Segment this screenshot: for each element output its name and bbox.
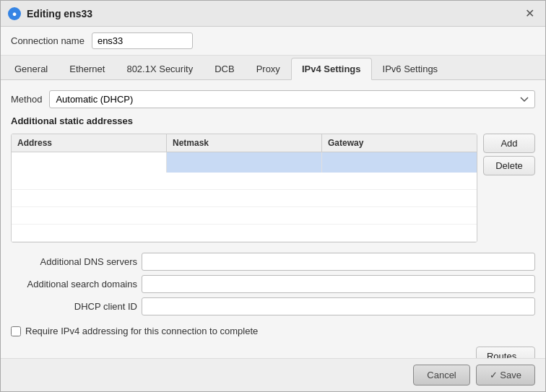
connection-name-input[interactable] [92, 32, 193, 49]
tab-ipv4[interactable]: IPv4 Settings [291, 58, 372, 80]
dialog: ● Editing ens33 ✕ Connection name Genera… [0, 0, 546, 392]
addresses-section-title: Additional static addresses [11, 116, 535, 126]
addresses-with-buttons: Address Netmask Gateway [11, 134, 535, 243]
titlebar: ● Editing ens33 ✕ [1, 1, 545, 27]
delete-button[interactable]: Delete [483, 156, 535, 175]
require-ipv4-checkbox[interactable] [11, 326, 21, 336]
tab-proxy[interactable]: Proxy [246, 58, 291, 79]
tab-bar: General Ethernet 802.1X Security DCB Pro… [1, 56, 545, 80]
gateway-input-1[interactable] [325, 156, 474, 170]
tab-ethernet[interactable]: Ethernet [58, 58, 116, 79]
search-domains-input[interactable] [142, 275, 535, 293]
add-button[interactable]: Add [483, 134, 535, 153]
save-button[interactable]: ✓ Save [476, 365, 535, 386]
addresses-header: Address Netmask Gateway [12, 134, 477, 152]
connection-name-label: Connection name [11, 35, 84, 46]
network-icon: ● [8, 7, 21, 20]
addresses-table: Address Netmask Gateway [11, 134, 477, 243]
dhcp-input[interactable] [142, 297, 535, 315]
cancel-button[interactable]: Cancel [413, 365, 469, 386]
addresses-buttons: Add Delete [483, 134, 535, 175]
footer: Cancel ✓ Save [1, 358, 545, 391]
dns-section: Additional DNS servers Additional search… [11, 253, 535, 315]
dhcp-label: DHCP client ID [11, 301, 137, 312]
require-ipv4-row: Require IPv4 addressing for this connect… [11, 326, 535, 336]
netmask-cell-1[interactable] [167, 152, 322, 173]
routes-row: Routes... [11, 347, 535, 358]
gateway-cell-1[interactable] [322, 152, 477, 173]
tab-8021x[interactable]: 802.1X Security [116, 58, 204, 79]
connection-name-row: Connection name [1, 27, 545, 56]
method-row: Method Automatic (DHCP) [11, 90, 535, 108]
gateway-col-header: Gateway [322, 134, 477, 152]
close-button[interactable]: ✕ [521, 5, 538, 22]
empty-row-4 [12, 225, 477, 242]
method-label: Method [11, 94, 42, 105]
content-area: Method Automatic (DHCP) Additional stati… [1, 80, 545, 358]
dialog-title: Editing ens33 [27, 8, 92, 19]
empty-row-2 [12, 190, 477, 207]
dns-servers-row: Additional DNS servers [11, 253, 535, 271]
netmask-input-1[interactable] [170, 156, 318, 170]
empty-row-3 [12, 207, 477, 225]
tab-dcb[interactable]: DCB [204, 58, 245, 79]
empty-rows [12, 173, 477, 242]
address-input-1[interactable] [14, 156, 163, 170]
search-domains-label: Additional search domains [11, 279, 137, 289]
address-col-header: Address [12, 134, 167, 152]
dns-servers-input[interactable] [142, 253, 535, 271]
routes-button[interactable]: Routes... [476, 347, 535, 358]
tab-general[interactable]: General [4, 58, 58, 79]
dhcp-row: DHCP client ID [11, 297, 535, 315]
netmask-col-header: Netmask [167, 134, 322, 152]
tab-ipv6[interactable]: IPv6 Settings [372, 58, 449, 79]
address-row-1[interactable] [12, 152, 477, 173]
method-select[interactable]: Automatic (DHCP) [49, 90, 535, 108]
address-cell-1[interactable] [12, 152, 167, 173]
require-ipv4-label: Require IPv4 addressing for this connect… [25, 326, 258, 336]
empty-row-1 [12, 173, 477, 190]
addresses-table-area: Address Netmask Gateway [11, 134, 477, 243]
titlebar-left: ● Editing ens33 [8, 7, 92, 20]
dns-servers-label: Additional DNS servers [11, 256, 137, 267]
search-domains-row: Additional search domains [11, 275, 535, 293]
